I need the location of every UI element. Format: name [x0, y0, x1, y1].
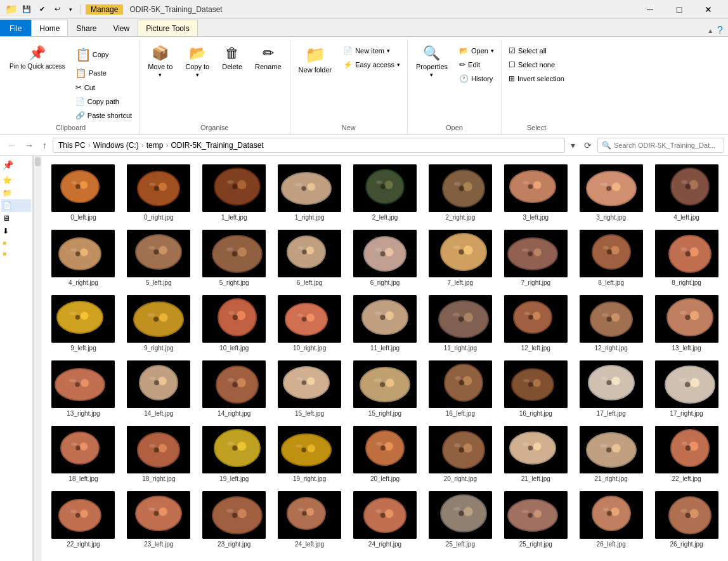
pin-to-quick-access-button[interactable]: 📌 Pin to Quick access: [5, 42, 70, 74]
file-item[interactable]: 18_left.jpg: [47, 423, 120, 485]
quick-access-undo[interactable]: ↩: [51, 0, 63, 19]
file-item[interactable]: 26_right.jpg: [650, 488, 723, 551]
quick-access-dropdown[interactable]: ▾: [66, 0, 75, 19]
file-item[interactable]: 23_right.jpg: [198, 488, 271, 551]
file-item[interactable]: 20_left.jpg: [349, 423, 422, 485]
address-path[interactable]: This PC › Windows (C:) › temp › ODIR-5K_…: [53, 138, 565, 153]
file-item[interactable]: 25_right.jpg: [499, 488, 572, 551]
minimize-button[interactable]: ─: [635, 0, 665, 19]
tab-share[interactable]: Share: [68, 20, 105, 36]
quick-access-item-4[interactable]: ⬇: [1, 225, 31, 237]
file-item[interactable]: 4_left.jpg: [650, 161, 723, 224]
file-item[interactable]: 15_right.jpg: [349, 357, 422, 420]
path-this-pc[interactable]: This PC: [58, 141, 86, 150]
copy-path-button[interactable]: 📄 Copy path: [71, 95, 136, 108]
forward-button[interactable]: →: [22, 139, 37, 152]
tab-home[interactable]: Home: [31, 20, 68, 36]
path-temp[interactable]: temp: [146, 141, 164, 150]
select-all-button[interactable]: ☑ Select all: [504, 44, 569, 57]
rename-button[interactable]: ✏ Rename: [249, 42, 287, 74]
file-item[interactable]: 3_right.jpg: [575, 161, 647, 224]
file-item[interactable]: 2_left.jpg: [349, 161, 422, 224]
file-item[interactable]: 8_right.jpg: [650, 227, 723, 289]
file-item[interactable]: 3_left.jpg: [499, 161, 572, 224]
file-item[interactable]: 8_left.jpg: [575, 227, 647, 289]
file-item[interactable]: 21_right.jpg: [575, 423, 647, 485]
file-item[interactable]: 17_right.jpg: [650, 357, 723, 420]
quick-access-save[interactable]: 💾: [20, 0, 33, 19]
copy-to-button[interactable]: 📂 Copy to ▾: [179, 42, 215, 81]
file-item[interactable]: 16_right.jpg: [499, 357, 572, 420]
copy-button[interactable]: 📋 Copy: [71, 44, 136, 65]
search-box[interactable]: 🔍: [597, 138, 724, 153]
file-item[interactable]: 1_right.jpg: [273, 161, 346, 224]
file-item[interactable]: 12_left.jpg: [499, 292, 572, 355]
select-none-button[interactable]: ☐ Select none: [504, 58, 569, 71]
quick-access-item-6[interactable]: ■: [1, 248, 31, 259]
file-item[interactable]: 6_left.jpg: [273, 227, 346, 289]
file-area[interactable]: 0_left.jpg 0_right.jpg 1_left.jpg 1_righ…: [42, 156, 728, 561]
file-item[interactable]: 9_right.jpg: [122, 292, 195, 355]
cut-button[interactable]: ✂ Cut: [71, 81, 136, 94]
maximize-button[interactable]: □: [665, 0, 694, 19]
move-to-button[interactable]: 📦 Move to ▾: [142, 42, 178, 81]
file-item[interactable]: 16_left.jpg: [424, 357, 497, 420]
file-item[interactable]: 5_right.jpg: [198, 227, 271, 289]
up-button[interactable]: ↑: [39, 139, 50, 152]
file-item[interactable]: 2_right.jpg: [424, 161, 497, 224]
easy-access-button[interactable]: ⚡ Easy access ▾: [339, 58, 405, 71]
path-dataset[interactable]: ODIR-5K_Training_Dataset: [171, 141, 263, 150]
close-button[interactable]: ✕: [694, 0, 723, 19]
file-item[interactable]: 26_left.jpg: [575, 488, 647, 551]
delete-button[interactable]: 🗑 Delete: [216, 42, 248, 74]
quick-access-item-5[interactable]: ■: [1, 237, 31, 248]
quick-access-item-3[interactable]: 🖥: [1, 212, 31, 225]
nav-scrollbar[interactable]: [33, 156, 42, 561]
quick-access-item-1[interactable]: ⭐: [1, 174, 31, 187]
edit-button[interactable]: ✏ Edit: [455, 58, 498, 71]
quick-access-item-2[interactable]: 📁: [1, 187, 31, 199]
refresh-button[interactable]: ⟳: [581, 139, 595, 152]
paste-button[interactable]: 📋 Paste: [71, 66, 136, 80]
file-item[interactable]: 0_left.jpg: [47, 161, 120, 224]
file-item[interactable]: 21_left.jpg: [499, 423, 572, 485]
file-item[interactable]: 12_right.jpg: [575, 292, 647, 355]
file-item[interactable]: 14_right.jpg: [198, 357, 271, 420]
file-item[interactable]: 15_left.jpg: [273, 357, 346, 420]
file-item[interactable]: 22_right.jpg: [47, 488, 120, 551]
file-item[interactable]: 4_right.jpg: [47, 227, 120, 289]
file-item[interactable]: 11_right.jpg: [424, 292, 497, 355]
history-button[interactable]: 🕐 History: [455, 72, 498, 85]
file-item[interactable]: 1_left.jpg: [198, 161, 271, 224]
file-item[interactable]: 7_left.jpg: [424, 227, 497, 289]
manage-tab-label[interactable]: Manage: [86, 4, 123, 15]
invert-selection-button[interactable]: ⊞ Invert selection: [504, 72, 569, 85]
file-item[interactable]: 17_left.jpg: [575, 357, 647, 420]
file-item[interactable]: 7_right.jpg: [499, 227, 572, 289]
file-item[interactable]: 24_left.jpg: [273, 488, 346, 551]
properties-button[interactable]: 🔍 Properties ▾: [410, 42, 453, 81]
tab-view[interactable]: View: [105, 20, 138, 36]
file-item[interactable]: 14_left.jpg: [122, 357, 195, 420]
help-icon[interactable]: ?: [717, 25, 723, 36]
file-item[interactable]: 10_right.jpg: [273, 292, 346, 355]
file-item[interactable]: 0_right.jpg: [122, 161, 195, 224]
paste-shortcut-button[interactable]: 🔗 Paste shortcut: [71, 109, 136, 122]
file-item[interactable]: 5_left.jpg: [122, 227, 195, 289]
new-item-button[interactable]: 📄 New item ▾: [339, 44, 405, 57]
file-item[interactable]: 13_left.jpg: [650, 292, 723, 355]
path-windows-c[interactable]: Windows (C:): [93, 141, 139, 150]
file-item[interactable]: 20_right.jpg: [424, 423, 497, 485]
file-item[interactable]: 19_right.jpg: [273, 423, 346, 485]
file-item[interactable]: 25_left.jpg: [424, 488, 497, 551]
nav-scrollbar-thumb[interactable]: [35, 157, 41, 166]
file-item[interactable]: 11_left.jpg: [349, 292, 422, 355]
quick-access-item-active[interactable]: 📄: [1, 199, 31, 212]
file-item[interactable]: 6_right.jpg: [349, 227, 422, 289]
open-button[interactable]: 📂 Open ▾: [455, 44, 498, 57]
tab-picture-tools[interactable]: Picture Tools: [138, 20, 197, 36]
file-item[interactable]: 24_right.jpg: [349, 488, 422, 551]
file-item[interactable]: 19_left.jpg: [198, 423, 271, 485]
file-item[interactable]: 9_left.jpg: [47, 292, 120, 355]
back-button[interactable]: ←: [4, 139, 19, 152]
